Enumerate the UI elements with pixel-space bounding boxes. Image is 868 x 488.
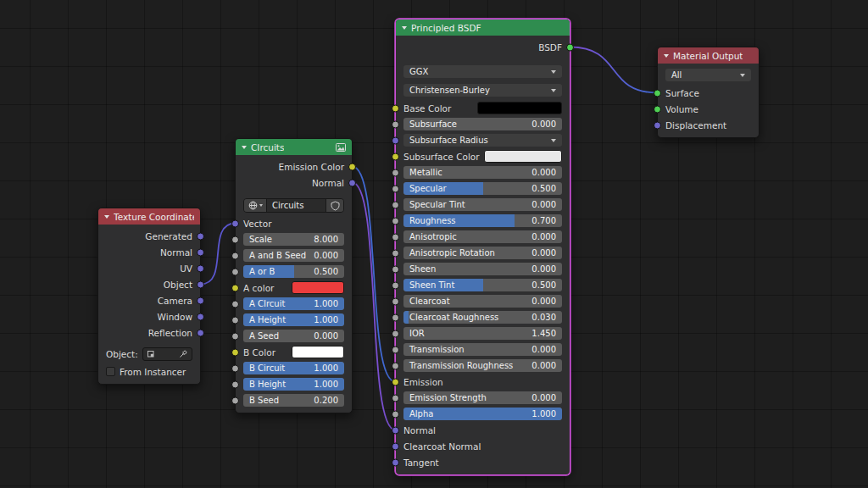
node-texture-coordinate[interactable]: Texture CoordinateGeneratedNormalUVObjec… [97,208,201,385]
camera-socket[interactable] [197,297,204,304]
volume-socket[interactable] [654,105,661,113]
node-editor-canvas[interactable]: Texture CoordinateGeneratedNormalUVObjec… [0,0,868,488]
clearcoat-value: 0.000 [531,297,556,306]
normal-socket[interactable] [197,248,204,256]
transmission-socket[interactable] [392,346,399,353]
bsdf-socket[interactable] [566,43,574,51]
node-material-output[interactable]: Material OutputAllSurfaceVolumeDisplacem… [657,47,760,138]
anisotropic-rotation-socket[interactable] [392,249,399,257]
alpha-slider[interactable]: Alpha1.000 [403,408,562,420]
uv-socket[interactable] [197,264,204,272]
anisotropic-socket[interactable] [392,233,399,241]
transmission-slider[interactable]: Transmission0.000 [403,343,562,356]
clearcoat-normal-socket[interactable] [392,442,399,450]
transmission-roughness-socket[interactable] [392,362,399,369]
specular-tint-socket[interactable] [392,201,399,208]
a-color-socket[interactable] [231,284,239,291]
a-seed-slider[interactable]: A Seed0.000 [243,330,344,342]
a-circuit-slider[interactable]: A CIrcuit1.000 [243,297,344,310]
normal-socket[interactable] [348,179,356,186]
subsurface-radius-socket[interactable] [392,136,399,144]
a-height-slider[interactable]: A Height1.000 [243,313,344,326]
subsurface-socket[interactable] [392,120,399,128]
b-height-slider[interactable]: B Height1.000 [243,378,344,391]
roughness-socket[interactable] [392,217,399,225]
specular-socket[interactable] [392,185,399,192]
scale-socket[interactable] [231,236,239,243]
object-field[interactable] [142,347,192,361]
collapse-arrow-icon[interactable] [664,54,669,58]
a-or-b-slider[interactable]: A or B0.500 [243,265,344,278]
a-circuit-socket[interactable] [231,300,239,308]
all-dropdown[interactable]: All [665,69,751,81]
subsurface-slider[interactable]: Subsurface0.000 [403,118,562,130]
alpha-socket[interactable] [392,410,399,418]
christensen-burley-dropdown[interactable]: Christensen-Burley [403,84,562,97]
a-and-b-seed-socket[interactable] [231,252,239,259]
anisotropic-slider[interactable]: Anisotropic0.000 [403,230,562,243]
specular-slider[interactable]: Specular0.500 [403,182,562,195]
b-circuit-slider[interactable]: B Circuit1.000 [243,362,344,374]
collapse-arrow-icon[interactable] [242,146,247,149]
window-socket[interactable] [197,313,204,320]
from-instancer-checkbox[interactable] [106,367,115,376]
displacement-socket[interactable] [654,121,661,129]
ggx-dropdown[interactable]: GGX [403,65,562,78]
a-seed-socket[interactable] [231,332,239,340]
subsurface-radius-dropdown[interactable]: Subsurface Radius [403,134,562,147]
node-principled-bsdf[interactable]: Principled BSDFBSDFGGXChristensen-Burley… [395,19,570,475]
base-color-socket[interactable] [392,104,399,112]
b-circuit-socket[interactable] [231,364,239,372]
metallic-socket[interactable] [392,169,399,176]
a-or-b-socket[interactable] [231,268,239,275]
a-height-socket[interactable] [231,316,239,324]
node-header[interactable]: Material Output [658,47,759,64]
b-seed-slider[interactable]: B Seed0.200 [243,394,344,407]
node-header[interactable]: Principled BSDF [396,19,570,36]
ior-slider[interactable]: IOR1.450 [403,327,562,340]
node-circuits[interactable]: CIrcuitsEmission ColorNormalCircuitsVect… [235,138,353,413]
base-color-color-swatch[interactable] [477,102,562,114]
emission-strength-socket[interactable] [392,394,399,402]
reflection-socket[interactable] [197,329,204,336]
ior-socket[interactable] [392,330,399,337]
generated-socket[interactable] [197,232,204,240]
scale-slider[interactable]: Scale8.000 [243,233,344,246]
anisotropic-rotation-slider[interactable]: Anisotropic Rotation0.000 [403,247,562,259]
b-height-socket[interactable] [231,380,239,388]
surface-socket[interactable] [654,89,661,97]
b-seed-socket[interactable] [231,396,239,404]
collapse-arrow-icon[interactable] [402,26,407,30]
roughness-slider[interactable]: Roughness0.700 [403,214,562,227]
transmission-roughness-slider[interactable]: Transmission Roughness0.000 [403,359,562,372]
clearcoat-slider[interactable]: Clearcoat0.000 [403,295,562,308]
tangent-socket[interactable] [392,458,399,466]
node-header[interactable]: Texture Coordinate [98,208,200,225]
collapse-arrow-icon[interactable] [104,215,109,219]
object-socket[interactable] [197,280,204,288]
vector-socket[interactable] [231,219,239,227]
emission-socket[interactable] [392,378,399,385]
b-color-socket[interactable] [231,348,239,356]
a-color-color-swatch[interactable] [292,281,344,294]
sheen-slider[interactable]: Sheen0.000 [403,263,562,275]
subsurface-color-color-swatch[interactable] [484,150,562,163]
sheen-socket[interactable] [392,265,399,273]
normal-socket[interactable] [392,426,399,434]
node-header[interactable]: CIrcuits [236,139,352,155]
fake-user-button[interactable] [326,199,343,212]
sheen-tint-slider[interactable]: Sheen Tint0.500 [403,279,562,291]
clearcoat-roughness-slider[interactable]: Clearcoat Roughness0.030 [403,311,562,324]
browse-datablock-button[interactable] [244,199,267,212]
clearcoat-roughness-socket[interactable] [392,313,399,321]
datablock-name[interactable]: Circuits [267,199,326,212]
a-and-b-seed-slider[interactable]: A and B Seed0.000 [243,249,344,262]
emission-strength-slider[interactable]: Emission Strength0.000 [403,391,562,404]
emission-color-socket[interactable] [348,163,356,170]
specular-tint-slider[interactable]: Specular Tint0.000 [403,198,562,211]
metallic-slider[interactable]: Metallic0.000 [403,166,562,179]
subsurface-color-socket[interactable] [392,152,399,160]
clearcoat-socket[interactable] [392,297,399,305]
b-color-color-swatch[interactable] [292,346,344,358]
sheen-tint-socket[interactable] [392,281,399,289]
